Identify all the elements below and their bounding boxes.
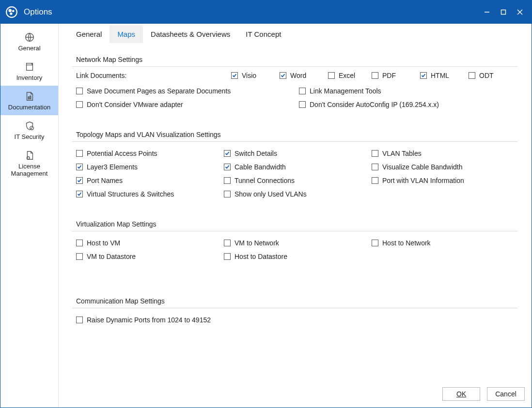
content-area: General Maps Datasheets & Overviews IT C…: [59, 24, 532, 408]
maximize-button[interactable]: [497, 5, 510, 19]
license-icon: [24, 150, 35, 161]
checkbox-raise-ports[interactable]: Raise Dynamic Ports from 1024 to 49152: [76, 316, 514, 324]
checkbox-vmware[interactable]: Don't Consider VMware adapter: [76, 101, 299, 108]
documentation-icon: [24, 91, 35, 102]
svg-rect-5: [501, 10, 506, 15]
divider: [72, 66, 518, 67]
window-title: Options: [24, 7, 52, 17]
svg-point-1: [9, 9, 12, 13]
options-window: Options General Inventory: [0, 0, 532, 408]
sidebar: General Inventory Documentation IT Secur…: [0, 24, 59, 408]
checkbox-switch-details[interactable]: Switch Details: [224, 150, 372, 157]
sidebar-label: General: [18, 45, 40, 52]
checkbox-vis-cable-bw[interactable]: Visualize Cable Bandwidth: [372, 163, 514, 171]
checkbox-autoconfig[interactable]: Don't Consider AutoConfig IP (169.254.x.…: [299, 101, 514, 108]
checkbox-cable-bw[interactable]: Cable Bandwidth: [224, 163, 372, 171]
checkbox-layer3[interactable]: Layer3 Elements: [76, 163, 224, 171]
maps-panel: Network Map Settings Link Documents: Vis…: [59, 44, 532, 380]
titlebar: Options: [0, 0, 532, 24]
checkbox-host-net[interactable]: Host to Network: [372, 239, 514, 247]
checkbox-tunnel[interactable]: Tunnel Connections: [224, 177, 372, 184]
close-button[interactable]: [513, 5, 527, 19]
checkbox-virt-struct[interactable]: Virtual Structures & Switches: [76, 190, 224, 198]
checkbox-port-names[interactable]: Port Names: [76, 177, 224, 184]
cancel-button[interactable]: Cancel: [487, 387, 525, 401]
section-communication-title: Communication Map Settings: [72, 297, 518, 305]
divider: [72, 231, 518, 231]
app-icon: [5, 6, 18, 18]
checkbox-odt[interactable]: ODT: [469, 72, 494, 79]
minimize-button[interactable]: [480, 5, 494, 19]
globe-icon: [24, 31, 35, 43]
checkbox-vm-ds[interactable]: VM to Datastore: [76, 253, 224, 260]
svg-point-3: [10, 13, 12, 15]
sidebar-label: License Management: [11, 163, 48, 178]
svg-point-2: [12, 10, 15, 12]
sidebar-item-general[interactable]: General: [0, 27, 58, 56]
sidebar-label: Inventory: [16, 75, 42, 82]
ok-button[interactable]: OK: [442, 387, 480, 401]
checkbox-excel[interactable]: Excel: [328, 72, 372, 79]
checkbox-port-vlan[interactable]: Port with VLAN Information: [372, 177, 514, 184]
checkbox-link-mgmt[interactable]: Link Management Tools: [299, 87, 514, 95]
tab-itconcept[interactable]: IT Concept: [238, 25, 289, 43]
svg-rect-12: [28, 97, 29, 99]
checkbox-host-vm[interactable]: Host to VM: [76, 239, 224, 247]
sidebar-label: IT Security: [15, 134, 45, 141]
sidebar-item-license[interactable]: License Management: [0, 145, 58, 181]
footer: OK Cancel: [59, 380, 532, 408]
checkbox-visio[interactable]: Visio: [231, 72, 280, 79]
section-network-title: Network Map Settings: [72, 56, 518, 63]
checkbox-host-ds[interactable]: Host to Datastore: [224, 253, 372, 260]
checkbox-word[interactable]: Word: [280, 72, 328, 79]
divider: [72, 308, 518, 308]
sidebar-label: Documentation: [8, 104, 50, 111]
checkbox-potential-ap[interactable]: Potential Access Points: [76, 150, 224, 157]
sidebar-item-itsecurity[interactable]: IT Security: [0, 115, 58, 145]
checkbox-vm-net[interactable]: VM to Network: [224, 239, 372, 247]
svg-point-0: [6, 7, 17, 17]
link-documents-row: Link Documents: Visio Word Excel PDF HTM…: [72, 72, 518, 84]
checkbox-used-vlans[interactable]: Show only Used VLANs: [224, 190, 372, 198]
shield-icon: [24, 120, 35, 132]
tab-datasheets[interactable]: Datasheets & Overviews: [143, 25, 238, 43]
tab-maps[interactable]: Maps: [110, 25, 143, 43]
inventory-icon: [24, 61, 35, 73]
svg-rect-13: [30, 96, 31, 99]
checkbox-html[interactable]: HTML: [420, 72, 469, 79]
sidebar-item-inventory[interactable]: Inventory: [0, 56, 58, 86]
tab-bar: General Maps Datasheets & Overviews IT C…: [59, 24, 532, 44]
divider: [72, 141, 518, 142]
tab-general[interactable]: General: [68, 25, 110, 43]
link-documents-label: Link Documents:: [76, 72, 154, 79]
sidebar-item-documentation[interactable]: Documentation: [0, 86, 58, 115]
checkbox-vlan-tables[interactable]: VLAN Tables: [372, 150, 514, 157]
section-virtualization-title: Virtualization Map Settings: [72, 220, 518, 228]
section-topology-title: Topology Maps and VLAN Visualization Set…: [72, 131, 518, 138]
checkbox-pdf[interactable]: PDF: [372, 72, 420, 79]
checkbox-save-pages[interactable]: Save Document Pages as Separate Document…: [76, 87, 299, 95]
